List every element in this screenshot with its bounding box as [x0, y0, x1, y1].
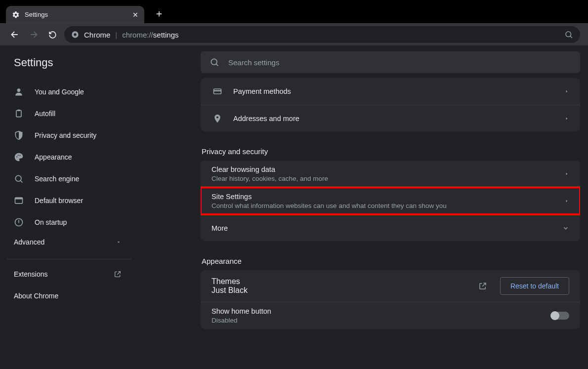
svg-rect-5 [18, 110, 20, 111]
sidebar-advanced[interactable]: Advanced [0, 233, 131, 251]
row-subtitle: Control what information websites can us… [211, 202, 564, 209]
chevron-down-icon [562, 225, 569, 232]
row-title: Payment methods [233, 87, 554, 95]
search-icon [14, 174, 24, 184]
tab-title: Settings [25, 11, 132, 18]
svg-rect-15 [214, 90, 221, 92]
power-icon [14, 217, 24, 227]
location-icon [211, 114, 223, 123]
credit-card-icon [211, 86, 223, 96]
sidebar-extensions[interactable]: Extensions [0, 263, 131, 285]
page-title: Settings [0, 56, 138, 81]
svg-point-9 [15, 175, 21, 181]
chevron-right-icon [564, 89, 569, 94]
search-input[interactable] [228, 58, 571, 67]
shield-icon [14, 130, 24, 140]
row-show-home-button[interactable]: Show home button Disabled [201, 302, 580, 329]
row-site-settings[interactable]: Site Settings Control what information w… [201, 187, 580, 214]
search-icon[interactable] [564, 30, 573, 39]
chevron-down-icon [116, 239, 122, 245]
sidebar-item-label: Search engine [35, 175, 128, 183]
row-title: Addresses and more [233, 115, 554, 123]
reset-to-default-button[interactable]: Reset to default [500, 277, 569, 295]
svg-point-2 [566, 32, 571, 37]
settings-search[interactable] [201, 51, 580, 73]
appearance-card: Themes Just Black Reset to default Show … [201, 270, 580, 329]
svg-point-1 [74, 33, 76, 36]
svg-point-13 [211, 59, 217, 65]
svg-point-7 [18, 155, 19, 156]
autofill-card: Payment methods Addresses and more [201, 78, 580, 131]
close-icon[interactable]: ✕ [132, 11, 138, 19]
svg-rect-4 [16, 110, 21, 117]
person-icon [14, 87, 24, 97]
sidebar-item-privacy[interactable]: Privacy and security [0, 124, 138, 146]
svg-point-8 [19, 155, 20, 156]
omnibox-scheme: Chrome [84, 31, 110, 39]
new-tab-button[interactable]: ＋ [150, 4, 168, 22]
search-icon [210, 57, 219, 67]
sidebar-item-label: You and Google [35, 88, 128, 96]
forward-button[interactable] [27, 28, 41, 41]
row-title: Clear browsing data [211, 165, 564, 173]
sidebar-item-default-browser[interactable]: Default browser [0, 190, 138, 211]
row-more[interactable]: More [201, 214, 580, 241]
sidebar-advanced-label: Advanced [14, 238, 44, 246]
palette-icon [14, 152, 24, 162]
tab-strip: Settings ✕ ＋ [0, 0, 588, 24]
sidebar-item-on-startup[interactable]: On startup [0, 211, 138, 233]
clipboard-icon [14, 109, 24, 119]
row-title: More [211, 224, 562, 232]
sidebar-item-label: Default browser [35, 197, 128, 205]
sidebar-about[interactable]: About Chrome [0, 285, 131, 307]
sidebar-item-search-engine[interactable]: Search engine [0, 168, 138, 190]
sidebar-extensions-label: Extensions [14, 270, 47, 278]
toggle-home-button[interactable] [551, 312, 569, 320]
row-subtitle: Disabled [211, 317, 551, 324]
section-heading-appearance: Appearance [202, 257, 579, 265]
sidebar-item-label: Appearance [35, 153, 128, 161]
row-themes[interactable]: Themes Just Black Reset to default [201, 270, 580, 302]
chevron-right-icon [564, 171, 569, 176]
row-subtitle: Just Black [211, 286, 470, 295]
sidebar-item-you-and-google[interactable]: You and Google [0, 81, 138, 103]
sidebar-item-autofill[interactable]: Autofill [0, 103, 138, 124]
back-button[interactable] [8, 28, 22, 41]
chrome-icon [71, 31, 79, 39]
sidebar-about-label: About Chrome [14, 292, 58, 300]
sidebar-item-label: Privacy and security [35, 131, 128, 139]
divider [7, 259, 131, 259]
external-link-icon [114, 270, 122, 278]
main-content: Payment methods Addresses and more Priva… [138, 45, 588, 369]
row-addresses[interactable]: Addresses and more [201, 105, 580, 131]
row-title: Site Settings [211, 193, 564, 201]
sidebar-item-label: On startup [35, 218, 128, 226]
chevron-right-icon [564, 116, 569, 121]
sidebar-item-appearance[interactable]: Appearance [0, 146, 138, 168]
svg-point-6 [16, 157, 17, 158]
browser-tab[interactable]: Settings ✕ [6, 6, 144, 23]
sidebar: Settings You and Google Autofill Privacy… [0, 45, 138, 369]
row-clear-browsing-data[interactable]: Clear browsing data Clear history, cooki… [201, 161, 580, 187]
row-subtitle: Clear history, cookies, cache, and more [211, 175, 564, 182]
privacy-card: Clear browsing data Clear history, cooki… [201, 161, 580, 241]
address-bar[interactable]: Chrome | chrome://settings [64, 26, 580, 43]
sidebar-item-label: Autofill [35, 110, 128, 118]
svg-point-3 [17, 88, 21, 92]
chevron-right-icon [564, 199, 569, 204]
gear-icon [12, 11, 20, 19]
svg-rect-11 [15, 198, 23, 199]
row-payment-methods[interactable]: Payment methods [201, 78, 580, 105]
external-link-icon [478, 282, 487, 290]
reload-button[interactable] [45, 28, 59, 41]
section-heading-privacy: Privacy and security [202, 147, 579, 156]
omnibox-path: settings [153, 31, 179, 39]
toggle-knob [550, 311, 559, 320]
omnibox-prefix: chrome:// [122, 31, 153, 39]
toolbar: Chrome | chrome://settings [0, 24, 588, 45]
browser-icon [14, 196, 24, 205]
row-title: Themes [211, 277, 470, 286]
row-title: Show home button [211, 307, 551, 315]
